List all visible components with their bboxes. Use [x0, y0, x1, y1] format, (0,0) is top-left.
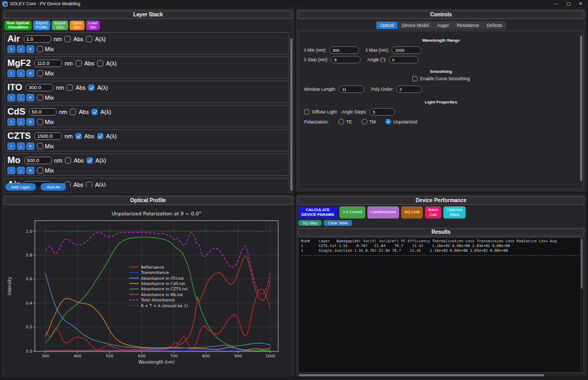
move-down-button[interactable]: ↓: [17, 94, 25, 101]
alambda-checkbox[interactable]: [88, 84, 94, 91]
results-box: Run# Layer Bandgap(eV) Voc(V) Jsc(A/m²) …: [298, 238, 584, 373]
layer-thickness-input[interactable]: [24, 35, 51, 43]
layer-thickness-input[interactable]: [34, 132, 62, 140]
tab-resistance[interactable]: Resistance: [453, 22, 482, 29]
mix-checkbox[interactable]: [37, 94, 43, 101]
svg-text:Absorbance in ITO.txt: Absorbance in ITO.txt: [141, 276, 184, 281]
abs-checkbox[interactable]: [64, 36, 71, 42]
mix-checkbox[interactable]: [37, 46, 43, 52]
poly-order-input[interactable]: [396, 86, 422, 93]
load-sim-button[interactable]: Load Sim: [86, 21, 100, 30]
svg-text:700: 700: [170, 354, 178, 358]
layer-name: MgF2: [7, 58, 31, 69]
diffuse-light-checkbox[interactable]: [304, 109, 309, 115]
window-length-input[interactable]: [339, 86, 364, 93]
layer-stack-scrollbar[interactable]: [290, 39, 292, 193]
add-layer-button[interactable]: Add Layer: [5, 183, 36, 191]
layer-thickness-input[interactable]: [29, 108, 56, 116]
remove-layer-button[interactable]: ×: [26, 118, 34, 126]
move-up-button[interactable]: ↑: [7, 167, 15, 174]
alambda-checkbox[interactable]: [86, 36, 92, 42]
move-down-button[interactable]: ↓: [17, 167, 25, 174]
layer-name: Mo: [7, 155, 21, 166]
maximize-button[interactable]: ▢: [564, 1, 573, 7]
abs-checkbox[interactable]: [70, 109, 76, 115]
lambda-min-input[interactable]: [329, 46, 359, 54]
alambda-checkbox[interactable]: [97, 60, 103, 66]
clear-table-button[interactable]: Clear Table: [324, 220, 352, 226]
layer-thickness-input[interactable]: [34, 60, 62, 67]
batch-calc-button[interactable]: Batch Calc: [425, 206, 441, 218]
move-up-button[interactable]: ↑: [7, 142, 15, 150]
controls-title: Controls: [298, 11, 584, 19]
controls-scrollbar[interactable]: [580, 34, 582, 186]
abs-checkbox[interactable]: [65, 157, 71, 164]
tab-auger[interactable]: Auger: [433, 22, 453, 29]
minimize-button[interactable]: –: [551, 1, 561, 7]
save-sim-button[interactable]: Save Sim: [70, 21, 84, 30]
jv-curves-button[interactable]: J-V Curves: [339, 206, 365, 218]
svg-text:1000: 1000: [265, 354, 275, 358]
remove-layer-button[interactable]: ×: [26, 94, 34, 101]
move-up-button[interactable]: ↑: [7, 118, 15, 126]
optimize-stack-button[interactable]: Optimize Stack: [443, 206, 466, 218]
sq-step-button[interactable]: SQ Step: [298, 220, 321, 226]
mix-checkbox[interactable]: [37, 167, 43, 174]
move-down-button[interactable]: ↓: [17, 118, 25, 126]
alambda-checkbox[interactable]: [91, 109, 98, 115]
angle-steps-input[interactable]: [369, 108, 395, 116]
results-hscrollbar[interactable]: [298, 374, 584, 376]
remove-layer-button[interactable]: ×: [26, 45, 34, 53]
svg-text:Absorbance in Mo.txt: Absorbance in Mo.txt: [141, 292, 183, 297]
luminescence-button[interactable]: Luminescence: [367, 206, 399, 218]
abs-checkbox[interactable]: [67, 84, 73, 91]
remove-layer-button[interactable]: ×: [26, 142, 34, 150]
mix-checkbox[interactable]: [37, 119, 43, 125]
layer-thickness-input[interactable]: [24, 157, 52, 164]
polarization-radio-te[interactable]: [338, 119, 344, 125]
remove-layer-button[interactable]: ×: [26, 70, 34, 77]
mix-label: Mix: [45, 167, 54, 174]
run-optical-simulation-button[interactable]: Run Optical Simulation: [4, 21, 32, 30]
abs-checkbox[interactable]: [75, 60, 82, 66]
export-profile-button[interactable]: Export Profile: [33, 21, 50, 30]
results-title: Results: [298, 228, 584, 236]
mix-checkbox[interactable]: [37, 143, 43, 149]
results-vscrollbar[interactable]: [580, 239, 583, 372]
lambda-max-label: λ Max (nm):: [366, 48, 390, 53]
calculate-device-params-button[interactable]: CALCULATE DEVICE PARAMS: [298, 206, 337, 218]
export-gen-button[interactable]: Export Gen: [52, 21, 69, 30]
move-up-button[interactable]: ↑: [7, 70, 15, 77]
move-down-button[interactable]: ↓: [17, 45, 25, 53]
add-air-button[interactable]: Add Air: [41, 183, 66, 191]
tab-device-model[interactable]: Device Model: [398, 22, 433, 29]
lambda-max-input[interactable]: [392, 46, 421, 54]
layer-stack-panel: Layer Stack Run Optical SimulationExport…: [2, 9, 294, 193]
svg-text:Transmittance: Transmittance: [140, 270, 169, 275]
polarization-radio-unpolarized[interactable]: [385, 119, 391, 125]
mix-checkbox[interactable]: [37, 70, 43, 77]
alambda-checkbox[interactable]: [86, 182, 92, 187]
layer-name: CdS: [7, 107, 25, 117]
lambda-step-input[interactable]: [331, 56, 361, 63]
alambda-checkbox[interactable]: [87, 157, 93, 164]
layer-card-mo: Mo nm Abs A(λ) ↑ ↓ × Mix: [4, 154, 289, 176]
svg-text:400: 400: [74, 354, 82, 358]
move-down-button[interactable]: ↓: [17, 142, 25, 150]
angle-input[interactable]: [389, 56, 419, 63]
sq-limit-button[interactable]: SQ Limit: [401, 206, 423, 218]
move-up-button[interactable]: ↑: [7, 94, 15, 101]
svg-text:Unpolarized Polarization at θ: Unpolarized Polarization at θ = 0.0°: [111, 211, 201, 216]
alambda-label: A(λ): [95, 36, 106, 42]
remove-layer-button[interactable]: ×: [26, 167, 34, 174]
layer-thickness-input[interactable]: [26, 84, 53, 91]
move-up-button[interactable]: ↑: [7, 45, 15, 53]
enable-smoothing-checkbox[interactable]: [412, 76, 418, 81]
tab-defects[interactable]: Defects: [483, 22, 506, 29]
polarization-radio-tm[interactable]: [362, 119, 367, 125]
close-button[interactable]: ✕: [576, 1, 585, 7]
alambda-checkbox[interactable]: [97, 133, 103, 139]
move-down-button[interactable]: ↓: [17, 70, 25, 77]
abs-checkbox[interactable]: [75, 133, 82, 139]
tab-optical[interactable]: Optical: [376, 22, 397, 29]
